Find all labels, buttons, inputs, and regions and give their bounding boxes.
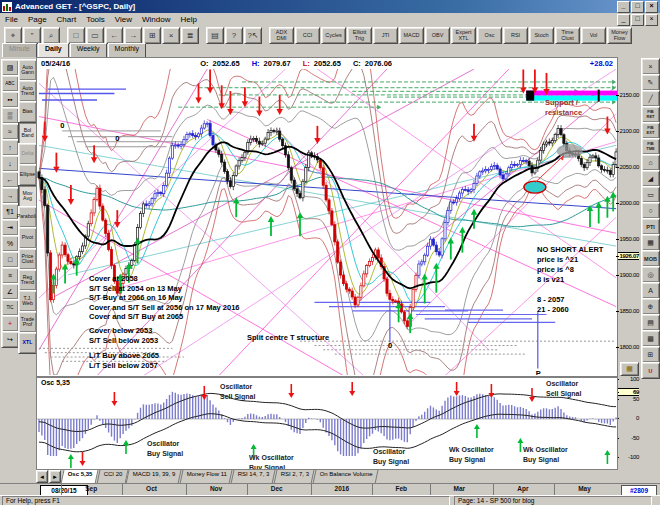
study-tab-rsi-14-7-3[interactable]: RSI 14, 7, 3 [231, 470, 276, 484]
menu-window[interactable]: Window [137, 14, 175, 25]
left-study-trade-prof[interactable]: TradeProf [18, 311, 37, 333]
gann-fan-icon[interactable]: ◢ [641, 170, 660, 187]
arrow-right-icon[interactable]: → [1, 187, 19, 204]
left-study-auto-gann[interactable]: AutoGann [18, 59, 37, 81]
new-page-icon[interactable]: □ [67, 27, 85, 44]
text-tool-icon[interactable]: A [641, 282, 660, 299]
left-study-delta[interactable]: Delta [18, 143, 37, 165]
crosshair-icon[interactable]: + [1, 315, 19, 332]
hatch-icon[interactable]: ▩ [641, 330, 660, 347]
box-tool-icon[interactable]: □ [1, 251, 19, 268]
tick-chart-icon[interactable]: TIC [1, 299, 19, 316]
magnifier-icon[interactable]: ⌕ [42, 27, 60, 44]
undo-button[interactable]: U [641, 362, 660, 379]
forward-icon[interactable]: → [124, 27, 142, 44]
left-study-bol-band[interactable]: BolBand [18, 122, 37, 144]
ellipse-tool-icon[interactable]: ○ [641, 202, 660, 219]
tab-daily[interactable]: Daily [38, 43, 69, 57]
fib-retracement-icon[interactable]: FIBRET [641, 106, 660, 123]
tab-weekly[interactable]: Weekly [70, 43, 107, 57]
grid-icon[interactable]: ▦ [641, 234, 660, 251]
study-tab-on-balance-volume[interactable]: On Balance Volume [313, 470, 379, 484]
pitchfork-icon[interactable]: ⌂ [641, 154, 660, 171]
minimize-icon[interactable]: _ [617, 14, 630, 26]
left-study-ellipse[interactable]: Ellipse [18, 164, 37, 186]
study-button-money-flow[interactable]: MoneyFlow [607, 27, 632, 44]
open-chart-icon[interactable]: ▨ [1, 59, 19, 76]
study-button-elliott-trig[interactable]: ElliottTrig [347, 27, 372, 44]
lines-icon[interactable]: ≡ [1, 267, 19, 284]
arrow-up-icon[interactable]: ↑ [1, 139, 19, 156]
study-button-macd[interactable]: MACD [399, 27, 424, 44]
study-tab-cci-20[interactable]: CCI 20 [96, 470, 128, 484]
menu-chart[interactable]: Chart [52, 14, 82, 25]
back-icon[interactable]: ← [105, 27, 123, 44]
left-study-xtl[interactable]: XTL [18, 332, 37, 354]
roadmap-icon[interactable]: ▤ [641, 314, 660, 331]
compress-icon[interactable]: ⇥ [1, 219, 19, 236]
menu-view[interactable]: View [110, 14, 137, 25]
study-button-adx-dmi[interactable]: ADXDMI [269, 27, 294, 44]
study-button-rsi[interactable]: RSI [503, 27, 528, 44]
open-folder-icon[interactable]: ▭ [86, 27, 104, 44]
copy-icon[interactable]: ⊞ [641, 346, 660, 363]
study-tab-rsi-2-7-3[interactable]: RSI 2, 7, 3 [274, 470, 315, 484]
left-study-auto-trend[interactable]: AutoTrend [18, 80, 37, 102]
restore-icon[interactable]: □ [631, 1, 644, 13]
arrow-left-icon[interactable]: ← [1, 171, 19, 188]
study-button-vol[interactable]: Vol [581, 27, 606, 44]
trendline-icon[interactable]: ╱ [641, 90, 660, 107]
close-chart-icon[interactable]: × [641, 58, 660, 75]
fib-time-icon[interactable]: FIBTME [641, 138, 660, 155]
main-price-chart[interactable]: 000PCover at 2058S/T Sell at 2054 on 13 … [36, 69, 618, 377]
close-icon[interactable]: × [645, 14, 658, 26]
chart-wizard-icon[interactable]: ▦ [620, 362, 639, 376]
study-button-cci[interactable]: CCI [295, 27, 320, 44]
tab-monthly[interactable]: Monthly [108, 43, 147, 57]
left-study-pivot[interactable]: Pivot [18, 227, 37, 249]
study-button-time-clust[interactable]: TimeClust [555, 27, 580, 44]
studies-icon[interactable]: ▒ [1, 107, 19, 124]
zoom-icon[interactable]: ⊕ [641, 298, 660, 315]
pointer-icon[interactable]: ⌖ [4, 27, 22, 44]
pti-button[interactable]: PTI [641, 218, 660, 235]
study-tab-macd-19-39-9[interactable]: MACD 19, 39, 9 [126, 470, 182, 484]
oscillator-panel[interactable]: Osc 5,35 OscillatorSell SignalOscillator… [36, 377, 618, 470]
left-study-t-j-web[interactable]: T.J.Web [18, 290, 37, 312]
arrow-down-icon[interactable]: ↓ [1, 155, 19, 172]
context-help-icon[interactable]: ?↖ [244, 27, 262, 44]
left-study-mov-avg[interactable]: MovAvg [18, 185, 37, 207]
exit-icon[interactable]: ↪ [1, 331, 19, 348]
study-button-jti[interactable]: JTI [373, 27, 398, 44]
study-button-cycles[interactable]: Cycles [321, 27, 346, 44]
study-button-expert-xtl[interactable]: ExpertXTL [451, 27, 476, 44]
gann-angles-icon[interactable]: ∠ [1, 283, 19, 300]
pages-icon[interactable]: ≣ [181, 27, 199, 44]
left-study-bias[interactable]: Bias [18, 101, 37, 123]
left-study-parabolic[interactable]: Parabolic [18, 206, 37, 228]
delete-page-icon[interactable]: × [162, 27, 180, 44]
left-study-price-clust[interactable]: PriceClust [18, 248, 37, 270]
mob-tool-icon[interactable]: ▪▪ [1, 91, 19, 108]
elliott-abc-icon[interactable]: ABC [1, 75, 19, 92]
menu-tools[interactable]: Tools [81, 14, 110, 25]
tab-scroll-right[interactable]: ► [49, 470, 61, 483]
menu-file[interactable]: File [0, 14, 23, 25]
menu-page[interactable]: Page [23, 14, 52, 25]
expert-elliott-icon[interactable]: ≈ [1, 123, 19, 140]
fib-extension-icon[interactable]: FIBEXT [641, 122, 660, 139]
scale-icon[interactable]: % [1, 235, 19, 252]
print-icon[interactable]: ▤ [206, 27, 224, 44]
copy-page-icon[interactable]: ⊞ [143, 27, 161, 44]
regression-box-icon[interactable]: ▭ [641, 186, 660, 203]
study-button-stoch[interactable]: Stoch [529, 27, 554, 44]
pencil-icon[interactable]: ✎ [641, 74, 660, 91]
tab-scroll-left[interactable]: ◄ [36, 470, 48, 483]
search-icon[interactable]: ◎ [641, 266, 660, 283]
quotes-icon[interactable]: ” [23, 27, 41, 44]
menu-help[interactable]: Help [175, 14, 201, 25]
restore-icon[interactable]: □ [631, 14, 644, 26]
close-icon[interactable]: × [645, 1, 658, 13]
study-tab-osc-5-35[interactable]: Osc 5,35 [61, 470, 99, 484]
study-tab-money-flow-11[interactable]: Money Flow 11 [180, 470, 233, 484]
